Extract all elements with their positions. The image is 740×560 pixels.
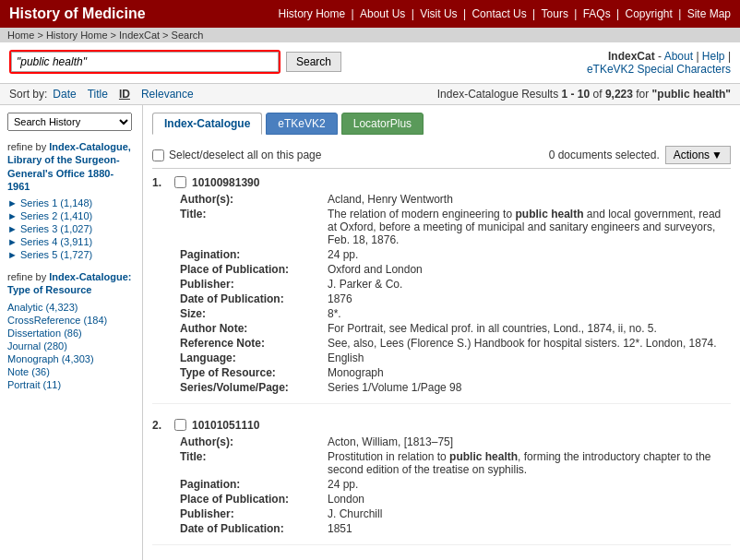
result-field-title-1: Title: The relation of modern engineerin… [180,208,731,246]
refine-resource-type: refine by Index-Catalogue: Type of Resou… [7,270,135,391]
site-header: History of Medicine History Home | About… [0,0,740,28]
result-field-author-note-1: Author Note: For Portrait, see Medical p… [180,322,731,335]
tab-etkeVK2[interactable]: eTKeVK2 [266,113,337,135]
result-checkbox-1[interactable] [174,176,186,188]
sort-relevance[interactable]: Relevance [141,88,194,101]
nav-visit-us[interactable]: Visit Us [420,7,457,20]
sort-by-label: Sort by: [9,88,47,101]
sort-bar: Sort by: Date Title ID Relevance Index-C… [0,84,740,105]
site-title: History of Medicine [9,6,146,22]
result-field-authors-1: Author(s): Acland, Henry Wentworth [180,193,731,206]
header-navigation: History Home | About Us | Visit Us | Con… [278,7,731,20]
series-3-link[interactable]: ► Series 3 (1,027) [7,222,135,235]
result-fields-2: Author(s): Acton, William, [1813–75] Tit… [152,435,731,535]
results-area: Index-Catalogue eTKeVK2 LocatorPlus Sele… [143,105,740,560]
result-field-series-1: Series/Volume/Page: Series 1/Volume 1/Pa… [180,381,731,394]
search-input-wrapper [9,50,280,74]
search-area: Search IndexCat - About | Help | eTKeVK2… [0,42,740,84]
tab-locatorplus[interactable]: LocatorPlus [341,113,424,135]
resource-note-link[interactable]: Note (36) [7,365,135,378]
result-id-1: 10100981390 [192,176,259,189]
indexcat-help-link[interactable]: Help [702,50,725,63]
result-item-2: 2. 10101051110 Author(s): Acton, William… [152,419,731,545]
result-field-date-1: Date of Publication: 1876 [180,292,731,305]
result-field-place-2: Place of Publication: London [180,493,731,506]
main-content: Search History refine by Index-Catalogue… [0,105,740,560]
nav-copyright[interactable]: Copyright [625,7,672,20]
result-checkbox-2[interactable] [174,419,186,431]
select-all-bar: Select/deselect all on this page 0 docum… [152,142,731,169]
result-field-place-1: Place of Publication: Oxford and London [180,263,731,276]
series-1-link[interactable]: ► Series 1 (1,148) [7,197,135,209]
select-all-right: 0 documents selected. Actions ▼ [549,146,731,164]
special-chars-link[interactable]: eTKeVK2 Special Characters [587,63,731,76]
result-item-1: 1. 10100981390 Author(s): Acland, Henry … [152,176,731,404]
nav-tours[interactable]: Tours [542,7,568,20]
refine-heading-2: refine by Index-Catalogue: Type of Resou… [7,270,135,297]
sidebar: Search History refine by Index-Catalogue… [0,105,143,560]
sort-id-active[interactable]: ID [119,88,130,101]
refine-index-catalogue: refine by Index-Catalogue, Library of th… [7,140,135,261]
result-fields-1: Author(s): Acland, Henry Wentworth Title… [152,193,731,394]
resource-analytic-link[interactable]: Analytic (4,323) [7,301,135,314]
resource-journal-link[interactable]: Journal (280) [7,340,135,352]
refine-heading-1: refine by Index-Catalogue, Library of th… [7,140,135,193]
result-field-publisher-1: Publisher: J. Parker & Co. [180,278,731,291]
nav-site-map[interactable]: Site Map [687,7,731,20]
tab-index-catalogue[interactable]: Index-Catalogue [152,113,262,135]
search-input[interactable] [11,52,279,72]
result-number-1: 1. [152,176,169,189]
breadcrumb: Home > History Home > IndexCat > Search [0,28,740,42]
nav-about-us[interactable]: About Us [360,7,405,20]
indexcat-label: IndexCat [608,50,655,63]
nav-history-home[interactable]: History Home [278,7,345,20]
result-header-2: 2. 10101051110 [152,419,731,432]
result-field-ref-note-1: Reference Note: See, also, Lees (Florenc… [180,337,731,350]
resource-crossref-link[interactable]: CrossReference (184) [7,314,135,327]
result-field-authors-2: Author(s): Acton, William, [1813–75] [180,435,731,448]
indexcat-about-link[interactable]: About [664,50,693,63]
series-5-link[interactable]: ► Series 5 (1,727) [7,248,135,261]
result-field-publisher-2: Publisher: J. Churchill [180,507,731,520]
indexcat-links: IndexCat - About | Help | eTKeVK2 Specia… [587,50,731,76]
docs-selected-count: 0 documents selected. [549,149,660,161]
select-all-checkbox[interactable] [152,149,164,161]
result-field-language-1: Language: English [180,351,731,364]
sidebar-dropdown[interactable]: Search History [7,113,132,131]
select-all-left: Select/deselect all on this page [152,149,321,161]
result-number-2: 2. [152,419,169,432]
sort-date[interactable]: Date [53,88,76,101]
search-button[interactable]: Search [286,52,341,72]
refine-resource-type-link[interactable]: Index-Catalogue: Type of Resource [7,271,131,295]
nav-contact-us[interactable]: Contact Us [471,7,526,20]
refine-index-catalogue-link[interactable]: Index-Catalogue, Library of the Surgeon-… [7,141,131,192]
search-form: Search [9,50,341,74]
result-field-title-2: Title: Prostitution in relation to publi… [180,450,731,476]
series-2-link[interactable]: ► Series 2 (1,410) [7,209,135,222]
resource-portrait-link[interactable]: Portrait (11) [7,378,135,391]
nav-faqs[interactable]: FAQs [583,7,611,20]
series-4-link[interactable]: ► Series 4 (3,911) [7,235,135,248]
results-count: Index-Catalogue Results 1 - 10 of 9,223 … [437,88,731,101]
result-header-1: 1. 10100981390 [152,176,731,189]
actions-dropdown-icon: ▼ [711,149,722,161]
actions-label: Actions [674,149,710,161]
actions-button[interactable]: Actions ▼ [665,146,731,164]
sort-title[interactable]: Title [88,88,108,101]
result-field-type-1: Type of Resource: Monograph [180,366,731,379]
tabs: Index-Catalogue eTKeVK2 LocatorPlus [152,113,731,135]
series-list: ► Series 1 (1,148) ► Series 2 (1,410) ► … [7,197,135,261]
sort-options: Sort by: Date Title ID Relevance [9,88,194,101]
resource-monograph-link[interactable]: Monograph (4,303) [7,352,135,365]
result-id-2: 10101051110 [192,419,259,432]
result-field-date-2: Date of Publication: 1851 [180,522,731,535]
result-field-size-1: Size: 8*. [180,307,731,320]
select-all-label: Select/deselect all on this page [169,149,321,161]
result-field-pagination-2: Pagination: 24 pp. [180,478,731,491]
resource-dissertation-link[interactable]: Dissertation (86) [7,327,135,340]
result-field-pagination-1: Pagination: 24 pp. [180,248,731,261]
